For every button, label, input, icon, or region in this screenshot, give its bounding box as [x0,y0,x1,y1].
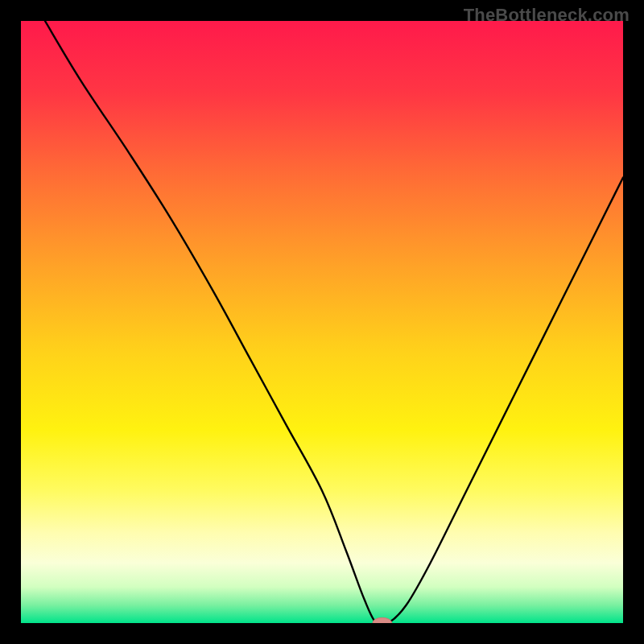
bottleneck-chart [21,21,623,623]
chart-frame: TheBottleneck.com [0,0,644,644]
watermark-text: TheBottleneck.com [464,5,630,26]
gradient-background [21,21,623,623]
plot-area [21,21,623,623]
